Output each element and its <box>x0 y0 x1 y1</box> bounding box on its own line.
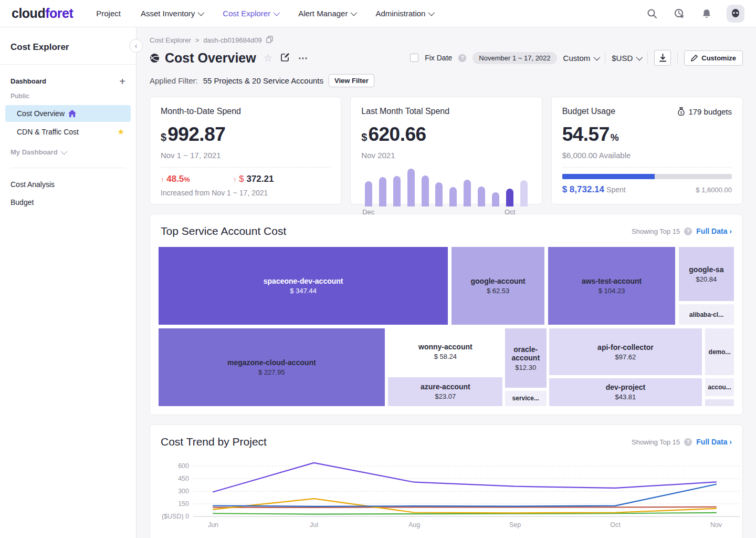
trend-line-series-purple <box>213 463 716 492</box>
sidebar-dashboard-heading: Dashboard <box>10 77 46 85</box>
more-options-icon[interactable]: ⋯ <box>298 52 309 64</box>
notifications-bell-icon[interactable] <box>699 6 714 21</box>
treemap-box-azure-account[interactable]: azure-account$23.07 <box>388 377 502 406</box>
sidebar-link-budget[interactable]: Budget <box>0 193 136 211</box>
mini-bar-column <box>390 168 404 216</box>
treemap-box-oracle-account[interactable]: oracle-account$12.30 <box>505 328 547 387</box>
showing-top-label: Showing Top 15 <box>632 438 680 446</box>
nav-item-label: Administration <box>375 9 425 18</box>
money-bag-icon: $ <box>677 107 685 116</box>
x-axis-tick-label: Nov <box>710 521 722 529</box>
monthly-spend-mini-bar-chart: DecOct <box>361 168 531 216</box>
page-header-row: Cost Overview ☆ ⋯ Fix Date ? November 1 … <box>150 50 743 66</box>
download-icon <box>659 54 667 62</box>
treemap-box-alibaba-cl[interactable]: alibaba-cl... <box>679 304 734 325</box>
card-title: Budget Usage <box>562 107 615 116</box>
granularity-dropdown[interactable]: Custom <box>563 54 599 63</box>
up-arrow-icon: ↑ <box>233 175 237 183</box>
budget-available: $6,000.00 Available <box>562 151 732 160</box>
treemap-box-api-for-collector[interactable]: api-for-collector$97.62 <box>549 328 701 375</box>
favorite-toggle-icon[interactable]: ☆ <box>264 52 272 64</box>
treemap-box-value: $ 104.23 <box>598 287 625 295</box>
sidebar-item-label: Cost Overview <box>17 109 65 118</box>
full-data-link[interactable]: Full Data › <box>696 438 732 446</box>
edit-dashboard-icon[interactable] <box>281 53 290 64</box>
full-data-link[interactable]: Full Data › <box>696 227 732 235</box>
profile-avatar[interactable] <box>727 5 744 23</box>
x-axis-tick-label: Jul <box>310 521 318 529</box>
budget-progress-bar <box>562 174 732 179</box>
nav-item-cost-explorer[interactable]: Cost Explorer <box>223 9 278 18</box>
treemap-box-wonny-account[interactable]: wonny-account$ 58.24 <box>388 328 502 374</box>
mini-bar-column <box>404 168 418 216</box>
y-axis-tick-label: 450 <box>178 475 189 482</box>
sidebar-links: Cost AnalysisBudget <box>0 175 136 211</box>
chevron-down-icon <box>60 148 67 155</box>
mini-bar-column <box>432 168 446 216</box>
mini-bar <box>449 187 457 206</box>
treemap-box-unnamed[interactable] <box>705 399 734 406</box>
sidebar-my-dashboard-toggle[interactable]: My Dashboard <box>0 142 136 162</box>
sidebar-collapse-button[interactable]: ‹ <box>129 39 143 53</box>
treemap-box-megazone-cloud-account[interactable]: megazone-cloud-account$ 227.95 <box>159 328 385 406</box>
treemap-box-demo[interactable]: demo... <box>705 328 734 375</box>
date-range-chip: November 1 ~ 17, 2022 <box>472 52 556 64</box>
service-account-cost-treemap: spaceone-dev-account$ 347.44google-accou… <box>159 247 734 406</box>
treemap-box-name: demo... <box>709 348 731 356</box>
mini-bar <box>478 187 485 206</box>
card-title: Last Month Total Spend <box>361 107 531 116</box>
download-button[interactable] <box>654 50 671 66</box>
treemap-box-value: $ 62.53 <box>487 287 509 295</box>
treemap-box-name: alibaba-cl... <box>689 311 723 318</box>
view-filter-button[interactable]: View Filter <box>329 74 374 87</box>
treemap-box-value: $43.81 <box>615 393 636 401</box>
breadcrumb-root[interactable]: Cost Explorer <box>150 36 191 44</box>
logo-part-cloud: cloud <box>12 6 45 20</box>
treemap-box-aws-test-account[interactable]: aws-test-account$ 104.23 <box>548 247 675 325</box>
treemap-box-spaceone-dev-account[interactable]: spaceone-dev-account$ 347.44 <box>159 247 448 325</box>
fix-date-label: Fix Date <box>425 54 452 62</box>
nav-item-label: Asset Inventory <box>141 9 195 18</box>
treemap-box-value: $97.62 <box>615 353 636 361</box>
fix-date-checkbox[interactable] <box>410 54 418 62</box>
sidebar-link-cost-analysis[interactable]: Cost Analysis <box>0 175 136 193</box>
nav-item-project[interactable]: Project <box>96 9 121 18</box>
trend-line-series-red <box>213 507 716 508</box>
treemap-box-service[interactable]: service... <box>505 391 547 406</box>
treemap-box-dev-project[interactable]: dev-project$43.81 <box>549 378 701 406</box>
treemap-box-name: wonny-account <box>418 343 472 351</box>
nav-item-asset-inventory[interactable]: Asset Inventory <box>141 9 203 18</box>
fix-date-help-icon[interactable]: ? <box>458 54 466 62</box>
nav-item-alert-manager[interactable]: Alert Manager <box>298 9 355 18</box>
svg-text:$: $ <box>680 111 682 115</box>
trend-chart-svg: 600450300150($USD) 0JunJulAugSepOctNov <box>150 459 742 530</box>
showing-top-help-icon[interactable]: ? <box>684 438 692 446</box>
cloudforet-logo[interactable]: cloudforet <box>12 6 73 21</box>
currency-symbol: $ <box>361 131 367 143</box>
recent-favorites-icon[interactable] <box>672 6 687 21</box>
mini-bar <box>365 181 372 206</box>
nav-item-label: Cost Explorer <box>223 9 270 18</box>
divider <box>677 52 678 64</box>
sidebar-item-cdn-traffic-cost[interactable]: CDN & Traffic Cost ★ <box>5 123 131 141</box>
dashboard-controls: Fix Date ? November 1 ~ 17, 2022 Custom … <box>410 50 743 66</box>
treemap-box-accou[interactable]: accou... <box>705 378 734 396</box>
sidebar-item-cost-overview[interactable]: Cost Overview <box>5 105 131 122</box>
currency-dropdown[interactable]: $USD <box>612 54 641 63</box>
breadcrumb-current: dash-cb019684d09 <box>203 36 261 44</box>
applied-filter-summary: 55 Projects & 20 Service Accounts <box>203 76 323 85</box>
customize-button[interactable]: Customize <box>684 50 743 66</box>
page-title: Cost Overview <box>165 50 256 66</box>
copy-id-icon[interactable] <box>266 36 273 45</box>
favorite-star-icon[interactable]: ★ <box>118 127 124 137</box>
treemap-box-google-account[interactable]: google-account$ 62.53 <box>452 247 545 325</box>
search-icon[interactable] <box>645 6 659 21</box>
nav-item-administration[interactable]: Administration <box>375 9 433 18</box>
budget-usage-percent: 54.57 <box>562 123 610 146</box>
breadcrumb: Cost Explorer > dash-cb019684d09 <box>150 36 743 45</box>
treemap-box-google-sa[interactable]: google-sa$20.84 <box>679 247 734 301</box>
showing-top-label: Showing Top 15 <box>632 227 680 235</box>
treemap-box-name: megazone-cloud-account <box>227 358 316 367</box>
add-dashboard-button[interactable]: + <box>119 78 125 85</box>
showing-top-help-icon[interactable]: ? <box>684 227 692 235</box>
